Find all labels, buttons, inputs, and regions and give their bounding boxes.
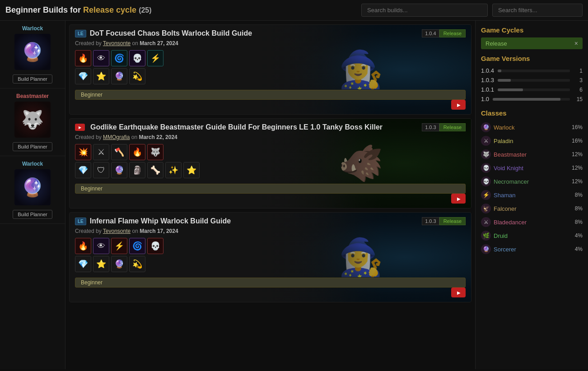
difficulty-badge[interactable]: Beginner [75,90,466,100]
version-row[interactable]: 1.0 15 [481,94,583,104]
class-card-beastmaster[interactable]: Beastmaster 🐺 Build Planner [0,88,65,156]
skills-row2-build2 [75,162,466,178]
skill-icon[interactable] [75,144,91,160]
class-filter-pct: 12% [572,151,583,158]
skill-icon[interactable] [147,144,163,160]
youtube-button-2[interactable] [451,194,466,204]
versions-list: 1.0.4 1 1.0.3 3 1.0.1 6 1.0 15 [481,66,583,104]
divider-1: Game Versions [481,55,583,62]
class-filter-pct: 16% [572,124,583,130]
youtube-button-3[interactable] [451,288,466,297]
build-title[interactable]: DoT Focused Chaos Bolts Warlock Build Gu… [90,29,252,37]
creator-link[interactable]: MMOgrafia [103,134,130,140]
skill-icon[interactable] [111,50,127,66]
build-header-3: LE Infernal Flame Whip Warlock Build Gui… [75,217,466,225]
skill-icon[interactable] [93,238,109,254]
skill-icon[interactable] [111,256,127,272]
skill-icon[interactable] [111,68,127,84]
class-filter-pct: 12% [572,165,583,171]
page-header: Beginner Builds for Release cycle (25) [0,0,588,21]
class-card-warlock-1[interactable]: Warlock 🔮 Build Planner [0,21,65,88]
version-row[interactable]: 1.0.4 1 [481,66,583,75]
version-count: 15 [574,96,583,102]
skill-icon[interactable] [93,162,109,178]
skill-icon[interactable] [75,68,91,84]
version-bar-wrap [498,70,570,72]
build-title[interactable]: Infernal Flame Whip Warlock Build Guide [90,217,231,225]
skill-icon[interactable] [147,162,163,178]
skill-icon[interactable] [93,256,109,272]
class-filter-row[interactable]: 🔮 Sorcerer 4% [481,242,583,256]
skill-icon[interactable] [75,256,91,272]
class-card-warlock-2[interactable]: Warlock 🔮 Build Planner [0,156,65,224]
cycle-remove-button[interactable]: × [574,40,578,47]
game-versions-title: Game Versions [481,55,583,62]
version-bar-wrap [493,98,570,101]
class-name: Warlock [22,161,43,167]
skill-icon[interactable] [93,50,109,66]
class-filter-label: Sorcerer [494,246,575,253]
skill-icon[interactable] [147,238,163,254]
classes-title: Classes [481,109,583,117]
skill-icon[interactable] [129,256,145,272]
search-filters-input[interactable] [492,4,583,17]
skill-icon[interactable] [111,162,127,178]
creator-link[interactable]: Tevonsonte [103,228,131,234]
skill-icon[interactable] [75,162,91,178]
class-filter-row[interactable]: ⚡ Shaman 8% [481,188,583,202]
class-filter-row[interactable]: 💀 Void Knight 12% [481,161,583,175]
title-highlight: Release cycle [83,5,136,14]
class-filter-pct: 8% [575,219,583,225]
class-filter-row[interactable]: 🦅 Falconer 8% [481,202,583,215]
skill-icon[interactable] [129,238,145,254]
class-filter-row[interactable]: ⚔ Paladin 16% [481,134,583,148]
skill-icon[interactable] [129,68,145,84]
active-cycle-item[interactable]: Release × [481,37,583,49]
skill-icon[interactable] [75,50,91,66]
version-row[interactable]: 1.0.1 6 [481,85,583,94]
skill-icon[interactable] [165,162,182,178]
class-filter-row[interactable]: 🌿 Druid 4% [481,229,583,242]
build-planner-button-3[interactable]: Build Planner [13,210,52,219]
build-date: March 27, 2024 [140,40,178,46]
class-filter-row[interactable]: 💀 Necromancer 12% [481,175,583,188]
class-filter-icon: 🦅 [481,204,491,213]
class-avatar-warlock-2: 🔮 [14,169,51,205]
skills-row1-build1 [75,50,466,66]
skill-icon[interactable] [93,144,109,160]
class-filter-row[interactable]: 🔮 Warlock 16% [481,121,583,134]
class-filter-pct: 16% [572,138,583,144]
right-sidebar: Game Cycles Release × Game Versions 1.0.… [475,21,588,369]
creator-link[interactable]: Tevonsonte [103,40,131,46]
skill-icon[interactable] [183,162,200,178]
class-filter-row[interactable]: ⚔ Bladedancer 8% [481,215,583,229]
skill-icon[interactable] [111,238,127,254]
search-builds-input[interactable] [361,4,488,17]
skill-icon[interactable] [75,238,91,254]
version-row[interactable]: 1.0.3 3 [481,75,583,85]
skill-icon[interactable] [129,162,145,178]
skill-icon[interactable] [93,68,109,84]
skill-icon[interactable] [111,144,127,160]
skill-icon[interactable] [147,50,163,66]
build-planner-button-2[interactable]: Build Planner [13,142,52,151]
version-label: 1.0.1 [481,86,494,93]
class-filter-icon: 🐺 [481,149,491,159]
build-planner-button-1[interactable]: Build Planner [13,74,52,83]
class-filter-label: Druid [494,232,575,239]
skill-icon[interactable] [129,144,145,160]
class-filter-pct: 12% [572,178,583,185]
builds-area: 🧙‍♀️ LE DoT Focused Chaos Bolts Warlock … [65,21,475,369]
youtube-button-1[interactable] [451,100,466,110]
difficulty-badge[interactable]: Beginner [75,278,466,288]
version-release-2: 1.0.3 Release [422,123,466,131]
class-name: Beastmaster [16,93,49,99]
class-filter-row[interactable]: 🐺 Beastmaster 12% [481,148,583,161]
difficulty-badge[interactable]: Beginner [75,184,466,194]
build-title[interactable]: Godlike Earthquake Beastmaster Guide Bui… [90,123,383,131]
page-title: Beginner Builds for Release cycle (25) [5,5,152,15]
skill-icon[interactable] [129,50,145,66]
game-cycles-title: Game Cycles [481,26,583,34]
build-header-2: ▶ Godlike Earthquake Beastmaster Guide B… [75,123,466,131]
title-prefix: Beginner Builds for [5,5,83,14]
